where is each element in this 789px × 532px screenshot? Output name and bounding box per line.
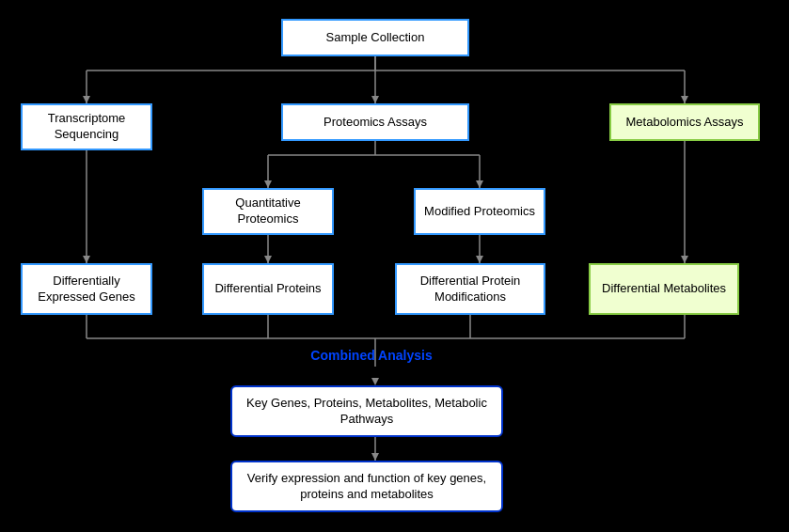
svg-marker-23 (681, 256, 688, 263)
svg-marker-21 (476, 256, 483, 263)
metabolomics-assays-label: Metabolomics Assays (626, 115, 744, 131)
key-genes-label: Key Genes, Proteins, Metabolites, Metabo… (240, 396, 494, 428)
transcriptome-node: Transcriptome Sequencing (21, 103, 152, 150)
differentially-expressed-node: Differentially Expressed Genes (21, 263, 152, 315)
differential-proteins-label: Differential Proteins (214, 281, 321, 297)
combined-analysis-label: Combined Analysis (277, 348, 466, 363)
modified-proteomics-node: Modified Proteomics (414, 188, 545, 235)
key-genes-node: Key Genes, Proteins, Metabolites, Metabo… (230, 385, 503, 437)
proteomics-assays-node: Proteomics Assays (281, 103, 469, 141)
svg-marker-8 (681, 96, 688, 103)
diagram: Sample Collection Transcriptome Sequenci… (0, 0, 789, 532)
modified-proteomics-label: Modified Proteomics (424, 204, 535, 220)
quantitative-proteomics-node: Quantitative Proteomics (202, 188, 334, 235)
svg-marker-30 (371, 378, 379, 385)
svg-marker-15 (476, 180, 483, 188)
metabolomics-assays-node: Metabolomics Assays (609, 103, 760, 141)
differential-metabolites-node: Differential Metabolites (589, 263, 739, 315)
differential-protein-mods-node: Differential Protein Modifications (395, 263, 545, 315)
verify-node: Verify expression and function of key ge… (230, 461, 503, 512)
differential-protein-mods-label: Differential Protein Modifications (404, 274, 536, 305)
proteomics-assays-label: Proteomics Assays (323, 115, 427, 131)
svg-marker-12 (264, 180, 272, 188)
sample-collection-label: Sample Collection (326, 30, 425, 46)
differential-metabolites-label: Differential Metabolites (602, 281, 726, 297)
svg-marker-3 (83, 96, 90, 103)
quantitative-proteomics-label: Quantitative Proteomics (212, 196, 324, 227)
svg-marker-5 (371, 96, 379, 103)
verify-label: Verify expression and function of key ge… (240, 471, 494, 503)
sample-collection-node: Sample Collection (281, 19, 469, 56)
differential-proteins-node: Differential Proteins (202, 263, 334, 315)
differentially-expressed-label: Differentially Expressed Genes (30, 274, 143, 305)
svg-marker-17 (83, 256, 90, 263)
svg-marker-19 (264, 256, 272, 263)
transcriptome-label: Transcriptome Sequencing (30, 111, 143, 143)
svg-marker-32 (371, 453, 379, 461)
